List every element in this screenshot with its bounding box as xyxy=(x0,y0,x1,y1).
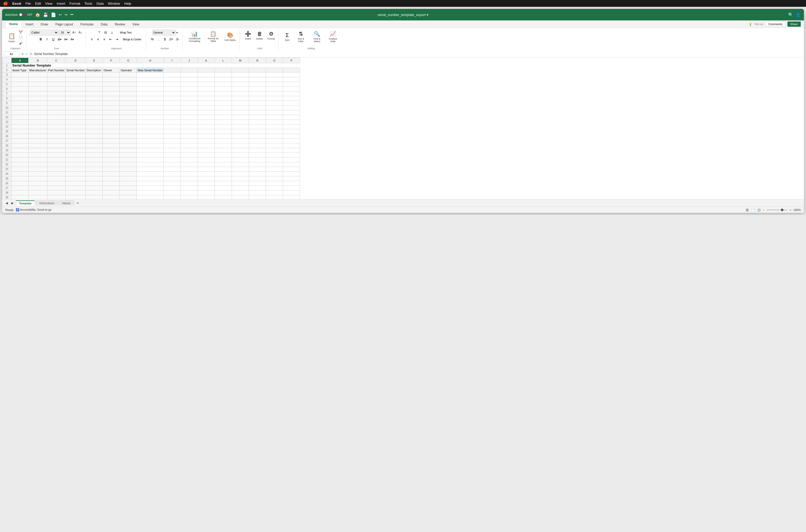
cell-N28[interactable] xyxy=(249,191,266,195)
cell-F23[interactable] xyxy=(103,167,120,172)
cell-G6[interactable] xyxy=(120,87,137,92)
cell-B10[interactable] xyxy=(28,106,47,110)
cell-K14[interactable] xyxy=(197,125,215,129)
cell-N24[interactable] xyxy=(249,172,266,176)
cell-M2[interactable] xyxy=(232,68,249,73)
cell-D23[interactable] xyxy=(65,167,86,172)
cell-J22[interactable] xyxy=(180,162,197,167)
cell-K8[interactable] xyxy=(197,96,215,101)
cell-M13[interactable] xyxy=(232,120,249,125)
cell-A25[interactable] xyxy=(12,176,28,181)
cell-L10[interactable] xyxy=(215,106,232,110)
cell-H29[interactable] xyxy=(137,195,164,200)
cell-N26[interactable] xyxy=(249,181,266,186)
cell-M25[interactable] xyxy=(232,176,249,181)
cell-B15[interactable] xyxy=(28,129,47,134)
cell-J25[interactable] xyxy=(180,176,197,181)
toolbar-print-icon[interactable]: 📄 xyxy=(51,12,56,17)
cell-E14[interactable] xyxy=(86,125,103,129)
cell-O29[interactable] xyxy=(266,195,283,200)
cell-J3[interactable] xyxy=(180,73,197,77)
cell-N20[interactable] xyxy=(249,153,266,157)
analyze-data-button[interactable]: 📈 Analyze Data xyxy=(325,30,340,44)
cell-G14[interactable] xyxy=(120,125,137,129)
cell-B17[interactable] xyxy=(28,139,47,144)
cell-A15[interactable] xyxy=(12,129,28,134)
cell-A29[interactable] xyxy=(12,195,28,200)
cell-G17[interactable] xyxy=(120,139,137,144)
cell-L15[interactable] xyxy=(215,129,232,134)
cell-G5[interactable] xyxy=(120,82,137,87)
tab-formulas[interactable]: Formulas xyxy=(77,21,97,28)
cell-reference-box[interactable] xyxy=(4,51,19,57)
cell-P16[interactable] xyxy=(283,134,300,139)
toolbar-undo-icon[interactable]: ↩ xyxy=(59,13,62,17)
cell-I6[interactable] xyxy=(164,87,180,92)
cell-O20[interactable] xyxy=(266,153,283,157)
cell-A2[interactable]: Asset Type xyxy=(12,68,28,73)
cell-C11[interactable] xyxy=(47,110,65,115)
cell-styles-button[interactable]: 🎨 Cell Styles xyxy=(223,31,237,42)
cell-G16[interactable] xyxy=(120,134,137,139)
cell-N27[interactable] xyxy=(249,186,266,191)
cell-F20[interactable] xyxy=(103,153,120,157)
cell-B29[interactable] xyxy=(28,195,47,200)
cell-M28[interactable] xyxy=(232,191,249,195)
cell-N18[interactable] xyxy=(249,144,266,148)
cell-B7[interactable] xyxy=(28,92,47,96)
cell-F25[interactable] xyxy=(103,176,120,181)
cell-C16[interactable] xyxy=(47,134,65,139)
cell-F17[interactable] xyxy=(103,139,120,144)
cell-K19[interactable] xyxy=(197,148,215,153)
cell-A21[interactable] xyxy=(12,157,28,162)
decrease-font-button[interactable]: A↓ xyxy=(78,30,83,35)
cell-K27[interactable] xyxy=(197,186,215,191)
cell-O18[interactable] xyxy=(266,144,283,148)
cell-N9[interactable] xyxy=(249,101,266,106)
find-select-button[interactable]: 🔍 Find & Select xyxy=(309,30,324,44)
cell-C14[interactable] xyxy=(47,125,65,129)
percent-button[interactable]: % xyxy=(149,36,155,42)
cell-O2[interactable] xyxy=(266,68,283,73)
cell-D18[interactable] xyxy=(65,144,86,148)
cell-I20[interactable] xyxy=(164,153,180,157)
align-bottom-button[interactable]: ⊥ xyxy=(109,30,115,35)
cell-D11[interactable] xyxy=(65,110,86,115)
cell-A9[interactable] xyxy=(12,101,28,106)
cell-G25[interactable] xyxy=(120,176,137,181)
cell-A23[interactable] xyxy=(12,167,28,172)
col-header-A[interactable]: A xyxy=(12,58,28,63)
cell-F8[interactable] xyxy=(103,96,120,101)
cell-L12[interactable] xyxy=(215,115,232,120)
cell-P12[interactable] xyxy=(283,115,300,120)
cell-N14[interactable] xyxy=(249,125,266,129)
cell-D9[interactable] xyxy=(65,101,86,106)
cell-O6[interactable] xyxy=(266,87,283,92)
cell-J28[interactable] xyxy=(180,191,197,195)
cell-M11[interactable] xyxy=(232,110,249,115)
cell-F21[interactable] xyxy=(103,157,120,162)
copy-button[interactable]: 📄 xyxy=(17,35,24,40)
cell-J15[interactable] xyxy=(180,129,197,134)
cell-K24[interactable] xyxy=(197,172,215,176)
cell-L23[interactable] xyxy=(215,167,232,172)
cell-M19[interactable] xyxy=(232,148,249,153)
cell-C3[interactable] xyxy=(47,73,65,77)
tab-draw[interactable]: Draw xyxy=(37,21,52,28)
cell-A12[interactable] xyxy=(12,115,28,120)
cell-I27[interactable] xyxy=(164,186,180,191)
cell-N11[interactable] xyxy=(249,110,266,115)
cell-E20[interactable] xyxy=(86,153,103,157)
cell-I25[interactable] xyxy=(164,176,180,181)
cell-M18[interactable] xyxy=(232,144,249,148)
cell-I19[interactable] xyxy=(164,148,180,153)
cell-C2[interactable]: Part Number xyxy=(47,68,65,73)
cell-M23[interactable] xyxy=(232,167,249,172)
cell-K5[interactable] xyxy=(197,82,215,87)
cell-D3[interactable] xyxy=(65,73,86,77)
cell-K3[interactable] xyxy=(197,73,215,77)
cell-J20[interactable] xyxy=(180,153,197,157)
cell-N4[interactable] xyxy=(249,77,266,82)
cell-E6[interactable] xyxy=(86,87,103,92)
merge-center-button[interactable]: Merge & Center xyxy=(120,36,144,42)
